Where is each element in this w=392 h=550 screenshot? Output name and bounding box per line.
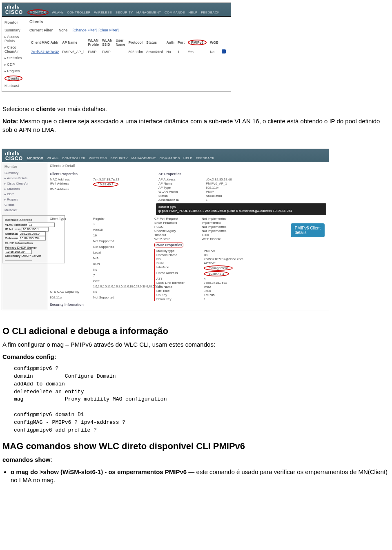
tab-management[interactable]: MANAGEMENT: [131, 156, 156, 160]
col-ssid: WLAN SSID: [100, 37, 114, 48]
cell-ap: PMIPv6_AP_1: [60, 48, 86, 56]
clear-filter-link[interactable]: [Clear Filter]: [98, 28, 118, 32]
col-user: User Name: [114, 37, 127, 48]
col-pmipv6: PMIPv6: [186, 37, 208, 48]
cell-profile: PMIP: [86, 48, 100, 56]
mid-right-a: CF Poll RequestNot Implementec Short Pre…: [154, 217, 253, 241]
filter-value: None: [59, 28, 68, 32]
highlighted-home-addr: 10.89.46.3: [204, 271, 229, 276]
paragraph: Selecione o cliente ver mais detalhes.: [2, 105, 390, 113]
sidebar: Monitor Summary Access Points Cisco Clea…: [2, 17, 26, 91]
row-actions-icon[interactable]: [222, 49, 226, 53]
heading-cli-debug: O CLI adicional e debuga a informação: [2, 326, 390, 336]
col-profile: WLAN Profile: [86, 37, 100, 48]
col-port: Port: [176, 37, 186, 48]
tab-help[interactable]: HELP: [188, 11, 197, 14]
main-panel: Clients > Detail Client Properties MAC A…: [47, 162, 329, 310]
sidebar-item-multicast[interactable]: Multicast: [2, 82, 26, 89]
sidebar-item-cleanair[interactable]: Cisco CleanAir: [2, 181, 47, 186]
subhead-comandos-show: comandos show:: [2, 456, 390, 464]
ap-properties: AP Addressd0:c2:82:85:33:d0 AP NamePMIPv…: [158, 178, 255, 202]
filter-label: Current Filter: [29, 28, 53, 32]
tab-wlans[interactable]: WLANs: [52, 11, 64, 14]
cell-auth: No: [165, 48, 176, 56]
sidebar-item-multicast[interactable]: Multicast: [2, 207, 47, 213]
col-ap: AP Name: [60, 37, 86, 48]
sidebar-item-statistics[interactable]: Statistics: [2, 55, 26, 61]
paragraph: A fim configurar o mag – PMIPv6 através …: [2, 341, 390, 349]
col-auth: Auth: [165, 37, 176, 48]
sidebar-item-summary[interactable]: Summary: [2, 170, 47, 176]
cell-protocol: 802.11bn: [127, 48, 145, 56]
section-pmip-properties: PMIP Properties: [154, 243, 183, 247]
client-properties: MAC Address7c:d5:37:18:7a:32 IPv4 Addres…: [50, 178, 142, 191]
pmipv6-client-callout: PMIPv6 Client details: [291, 223, 325, 237]
sidebar-item-cleanair[interactable]: Cisco CleanAir: [2, 44, 26, 55]
brand-text: CISCO: [5, 9, 23, 15]
cli-context-box: context pgw ip pool PMIP_POOL 10.89.46.1…: [156, 203, 326, 215]
tab-help[interactable]: HELP: [183, 156, 192, 160]
tab-feedback[interactable]: FEEDBACK: [196, 156, 215, 160]
section-security-info: Security Information: [50, 303, 326, 307]
sidebar-item-clients-label: Clients: [4, 76, 22, 81]
list-item: o mag do >show (WiSM-slot6-1) - os emper…: [11, 468, 390, 485]
sidebar-item-access-points[interactable]: Access Points: [2, 33, 26, 44]
header-tabs: MONITOR WLANs CONTROLLER WIRELESS SECURI…: [27, 156, 217, 160]
tab-monitor[interactable]: MONITOR: [27, 9, 49, 16]
screenshot-client-detail: CISCO MONITOR WLANs CONTROLLER WIRELESS …: [2, 149, 329, 310]
tab-commands[interactable]: COMMANDS: [160, 156, 180, 160]
tab-commands[interactable]: COMMANDS: [165, 11, 185, 14]
page-title: Clients: [29, 20, 227, 24]
mac-link[interactable]: 7c:d5:37:18:7a:32: [31, 50, 59, 54]
main-panel: Clients Current Filter None [Change Filt…: [26, 17, 231, 91]
sidebar-item-cdp[interactable]: CDP: [2, 61, 26, 68]
sidebar-header: Monitor: [2, 20, 26, 27]
tab-monitor[interactable]: MONITOR: [27, 156, 43, 160]
sidebar-item-clients[interactable]: Clients: [2, 202, 47, 207]
paragraph-note: Nota: Mesmo que o cliente seja associado…: [2, 117, 390, 134]
section-client-properties: Client Properties: [50, 172, 142, 176]
tab-wireless[interactable]: WIRELESS: [89, 156, 107, 160]
col-wgb: WGB: [208, 37, 220, 48]
cisco-header: CISCO MONITOR WLANs CONTROLLER WIRELESS …: [2, 149, 329, 162]
sidebar-item-rogues[interactable]: Rogues: [2, 68, 26, 74]
cisco-header: CISCO MONITOR WLANs CONTROLLER WIRELESS …: [2, 3, 231, 16]
sidebar-header: Monitor: [2, 164, 47, 170]
tab-security[interactable]: SECURITY: [110, 156, 128, 160]
col-protocol: Protocol: [127, 37, 145, 48]
header-tabs: MONITOR WLANs CONTROLLER WIRELESS SECURI…: [27, 11, 222, 14]
clients-table: Client MAC Addr AP Name WLAN Profile WLA…: [29, 37, 227, 56]
cell-status: Associated: [145, 48, 165, 56]
cell-pmipv6: Yes: [186, 48, 208, 56]
filter-row: Current Filter None [Change Filter] [Cle…: [29, 28, 227, 32]
sidebar-item-cdp[interactable]: CDP: [2, 191, 47, 197]
sidebar: Monitor Summary Access Points Cisco Clea…: [2, 162, 47, 310]
sidebar-item-summary[interactable]: Summary: [2, 27, 26, 33]
cell-wgb: No: [208, 48, 220, 56]
cell-user: [114, 48, 127, 56]
tab-management[interactable]: MANAGEMENT: [136, 11, 161, 14]
sidebar-item-access-points[interactable]: Access Points: [2, 176, 47, 181]
heading-mag-show: MAG comandos show WLC direto disponível …: [2, 441, 390, 452]
table-row: 7c:d5:37:18:7a:32 PMIPv6_AP_1 PMIP PMIP …: [29, 48, 227, 56]
tab-controller[interactable]: CONTROLLER: [67, 11, 91, 14]
sidebar-item-clients[interactable]: Clients: [2, 74, 26, 82]
col-mac: Client MAC Addr: [29, 37, 60, 48]
sidebar-item-statistics[interactable]: Statistics: [2, 186, 47, 191]
tab-controller[interactable]: CONTROLLER: [62, 156, 86, 160]
brand-text: CISCO: [5, 156, 23, 161]
cell-ssid: PMIP: [100, 48, 114, 56]
tab-security[interactable]: SECURITY: [116, 11, 133, 14]
tab-wireless[interactable]: WIRELESS: [94, 11, 112, 14]
tab-feedback[interactable]: FEEDBACK: [201, 11, 220, 14]
mid-left-props: Client TypeRegular 1 vlan16 16 Not Suppo…: [50, 217, 142, 301]
tab-wlans[interactable]: WLANs: [47, 156, 59, 160]
pmip-properties: Mobility typePMIPv6 Domain NameD1 Nai7cd…: [154, 249, 253, 301]
cell-port: 1: [176, 48, 186, 56]
cli-block: configpmipv6 ? domain Configure Domain a…: [14, 365, 390, 434]
col-status: Status: [145, 37, 165, 48]
bullet-list: o mag do >show (WiSM-slot6-1) - os emper…: [11, 468, 390, 485]
sidebar-item-rogues[interactable]: Rogues: [2, 197, 47, 202]
cisco-logo-icon: [5, 4, 227, 9]
change-filter-link[interactable]: [Change Filter]: [73, 28, 97, 32]
